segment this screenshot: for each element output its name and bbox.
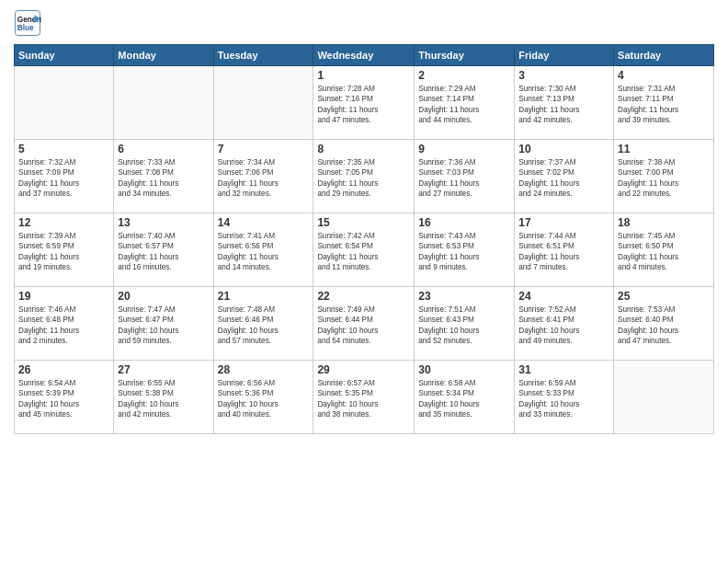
calendar-cell: 12Sunrise: 7:39 AM Sunset: 6:59 PM Dayli… [15,213,114,287]
calendar-cell: 8Sunrise: 7:35 AM Sunset: 7:05 PM Daylig… [313,140,415,213]
calendar-week-2: 12Sunrise: 7:39 AM Sunset: 6:59 PM Dayli… [15,213,714,287]
day-number: 4 [618,69,710,82]
day-info: Sunrise: 7:33 AM Sunset: 7:08 PM Dayligh… [118,157,209,200]
day-number: 3 [518,69,609,82]
day-info: Sunrise: 6:55 AM Sunset: 5:38 PM Dayligh… [118,378,209,420]
day-number: 17 [518,216,609,229]
col-header-monday: Monday [114,45,213,66]
day-info: Sunrise: 7:28 AM Sunset: 7:16 PM Dayligh… [317,84,410,126]
day-number: 30 [418,363,510,376]
day-number: 2 [418,69,510,82]
calendar-cell: 9Sunrise: 7:36 AM Sunset: 7:03 PM Daylig… [415,140,515,213]
calendar-cell: 26Sunrise: 6:54 AM Sunset: 5:39 PM Dayli… [15,361,114,434]
calendar-week-1: 5Sunrise: 7:32 AM Sunset: 7:09 PM Daylig… [15,140,714,213]
day-info: Sunrise: 7:30 AM Sunset: 7:13 PM Dayligh… [518,84,609,126]
day-info: Sunrise: 7:51 AM Sunset: 6:43 PM Dayligh… [418,304,510,347]
calendar-cell: 21Sunrise: 7:48 AM Sunset: 6:46 PM Dayli… [213,287,313,361]
day-info: Sunrise: 7:41 AM Sunset: 6:56 PM Dayligh… [218,231,310,273]
day-number: 25 [618,290,710,303]
day-info: Sunrise: 7:40 AM Sunset: 6:57 PM Dayligh… [118,231,209,273]
day-number: 31 [518,363,609,376]
day-number: 6 [118,143,209,155]
calendar-cell: 30Sunrise: 6:58 AM Sunset: 5:34 PM Dayli… [415,361,515,434]
day-info: Sunrise: 7:43 AM Sunset: 6:53 PM Dayligh… [418,231,510,273]
day-number: 29 [317,363,410,376]
calendar-cell: 22Sunrise: 7:49 AM Sunset: 6:44 PM Dayli… [313,287,415,361]
day-info: Sunrise: 7:39 AM Sunset: 6:59 PM Dayligh… [18,231,109,273]
day-number: 14 [218,216,310,229]
day-info: Sunrise: 7:36 AM Sunset: 7:03 PM Dayligh… [418,157,510,200]
day-number: 22 [317,290,410,303]
day-info: Sunrise: 7:53 AM Sunset: 6:40 PM Dayligh… [618,304,710,347]
calendar-cell [15,66,114,140]
calendar-week-4: 26Sunrise: 6:54 AM Sunset: 5:39 PM Dayli… [15,361,714,434]
calendar-cell: 31Sunrise: 6:59 AM Sunset: 5:33 PM Dayli… [515,361,614,434]
calendar-cell: 14Sunrise: 7:41 AM Sunset: 6:56 PM Dayli… [213,213,313,287]
day-info: Sunrise: 6:54 AM Sunset: 5:39 PM Dayligh… [18,378,109,420]
calendar-cell: 24Sunrise: 7:52 AM Sunset: 6:41 PM Dayli… [515,287,614,361]
svg-text:Blue: Blue [17,24,34,32]
day-info: Sunrise: 7:44 AM Sunset: 6:51 PM Dayligh… [518,231,609,273]
day-info: Sunrise: 6:56 AM Sunset: 5:36 PM Dayligh… [218,378,310,420]
day-number: 7 [218,143,310,155]
col-header-thursday: Thursday [415,45,515,66]
col-header-friday: Friday [515,45,614,66]
calendar-week-3: 19Sunrise: 7:46 AM Sunset: 6:48 PM Dayli… [15,287,714,361]
calendar-header-row: SundayMondayTuesdayWednesdayThursdayFrid… [15,45,714,66]
calendar-cell: 4Sunrise: 7:31 AM Sunset: 7:11 PM Daylig… [614,66,714,140]
calendar-cell [213,66,313,140]
day-info: Sunrise: 7:35 AM Sunset: 7:05 PM Dayligh… [317,157,410,200]
day-number: 1 [317,69,410,82]
col-header-sunday: Sunday [15,45,114,66]
day-number: 11 [618,143,710,155]
day-number: 28 [218,363,310,376]
day-number: 5 [18,143,109,155]
day-number: 24 [518,290,609,303]
day-info: Sunrise: 7:32 AM Sunset: 7:09 PM Dayligh… [18,157,109,200]
day-number: 9 [418,143,510,155]
calendar-cell: 18Sunrise: 7:45 AM Sunset: 6:50 PM Dayli… [614,213,714,287]
logo: General Blue [14,9,45,37]
day-info: Sunrise: 7:48 AM Sunset: 6:46 PM Dayligh… [218,304,310,347]
calendar-cell: 7Sunrise: 7:34 AM Sunset: 7:06 PM Daylig… [213,140,313,213]
day-number: 19 [18,290,109,303]
calendar-cell: 25Sunrise: 7:53 AM Sunset: 6:40 PM Dayli… [614,287,714,361]
calendar-week-0: 1Sunrise: 7:28 AM Sunset: 7:16 PM Daylig… [15,66,714,140]
calendar-cell: 28Sunrise: 6:56 AM Sunset: 5:36 PM Dayli… [213,361,313,434]
calendar-cell: 10Sunrise: 7:37 AM Sunset: 7:02 PM Dayli… [515,140,614,213]
calendar-cell: 1Sunrise: 7:28 AM Sunset: 7:16 PM Daylig… [313,66,415,140]
col-header-saturday: Saturday [614,45,714,66]
day-info: Sunrise: 7:37 AM Sunset: 7:02 PM Dayligh… [518,157,609,200]
day-info: Sunrise: 7:47 AM Sunset: 6:47 PM Dayligh… [118,304,209,347]
calendar-cell: 16Sunrise: 7:43 AM Sunset: 6:53 PM Dayli… [415,213,515,287]
col-header-wednesday: Wednesday [313,45,415,66]
day-info: Sunrise: 7:29 AM Sunset: 7:14 PM Dayligh… [418,84,510,126]
calendar: SundayMondayTuesdayWednesdayThursdayFrid… [14,44,714,434]
day-info: Sunrise: 7:42 AM Sunset: 6:54 PM Dayligh… [317,231,410,273]
calendar-cell: 3Sunrise: 7:30 AM Sunset: 7:13 PM Daylig… [515,66,614,140]
day-info: Sunrise: 7:38 AM Sunset: 7:00 PM Dayligh… [618,157,710,200]
day-info: Sunrise: 7:34 AM Sunset: 7:06 PM Dayligh… [218,157,310,200]
day-info: Sunrise: 7:46 AM Sunset: 6:48 PM Dayligh… [18,304,109,347]
calendar-cell: 2Sunrise: 7:29 AM Sunset: 7:14 PM Daylig… [415,66,515,140]
header: General Blue [14,9,714,37]
calendar-cell: 19Sunrise: 7:46 AM Sunset: 6:48 PM Dayli… [15,287,114,361]
day-info: Sunrise: 6:57 AM Sunset: 5:35 PM Dayligh… [317,378,410,420]
day-number: 21 [218,290,310,303]
day-number: 20 [118,290,209,303]
calendar-cell: 13Sunrise: 7:40 AM Sunset: 6:57 PM Dayli… [114,213,213,287]
day-number: 8 [317,143,410,155]
page: General Blue SundayMondayTuesdayWednesda… [0,0,728,563]
day-info: Sunrise: 7:45 AM Sunset: 6:50 PM Dayligh… [618,231,710,273]
day-number: 15 [317,216,410,229]
logo-icon: General Blue [14,9,41,37]
day-info: Sunrise: 6:59 AM Sunset: 5:33 PM Dayligh… [518,378,609,420]
day-number: 23 [418,290,510,303]
calendar-cell: 17Sunrise: 7:44 AM Sunset: 6:51 PM Dayli… [515,213,614,287]
day-info: Sunrise: 7:31 AM Sunset: 7:11 PM Dayligh… [618,84,710,126]
day-number: 27 [118,363,209,376]
calendar-cell: 15Sunrise: 7:42 AM Sunset: 6:54 PM Dayli… [313,213,415,287]
col-header-tuesday: Tuesday [213,45,313,66]
calendar-cell [614,361,714,434]
day-number: 26 [18,363,109,376]
